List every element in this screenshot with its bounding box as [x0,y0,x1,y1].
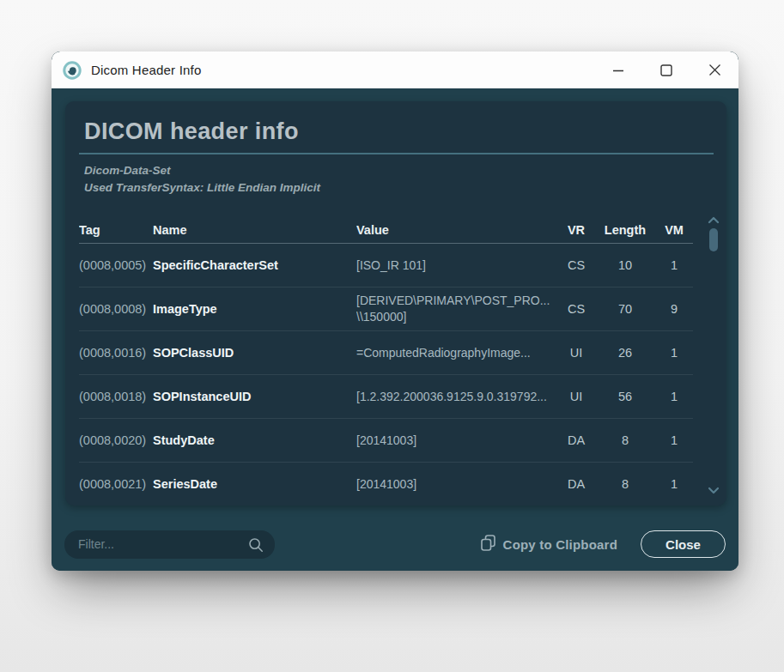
scroll-down-button[interactable] [708,485,720,495]
scrollbar-thumb[interactable] [709,228,718,251]
cell-vr: DA [557,477,595,491]
cell-tag: (0008,0008) [79,302,153,316]
transfer-syntax: Used TransferSyntax: Little Endian Impli… [84,179,714,197]
cell-name: ImageType [153,302,356,316]
cell-vm: 1 [655,477,693,491]
minimize-button[interactable] [594,51,642,88]
column-header-vr: VR [557,223,595,237]
heading-wrap: DICOM header info [79,118,714,154]
window-title: Dicom Header Info [91,63,201,77]
cell-vm: 1 [655,258,693,272]
table-row[interactable]: (0008,0021) SeriesDate [20141003] DA 8 1 [79,463,693,506]
table-scrollbar[interactable] [707,214,720,495]
cell-name: StudyDate [153,433,356,447]
cell-vr: CS [557,258,595,272]
content-panel: DICOM header info Dicom-Data-Set Used Tr… [65,101,726,506]
cell-length: 8 [595,477,655,491]
chevron-up-icon [708,214,720,227]
cell-vm: 1 [655,433,693,447]
column-header-name: Name [153,223,356,237]
scroll-up-button[interactable] [708,214,720,224]
table-row[interactable]: (0008,0016) SOPClassUID =ComputedRadiogr… [79,331,693,375]
cell-tag: (0008,0021) [79,477,153,491]
column-header-value: Value [356,223,557,237]
table-header-row: Tag Name Value VR Length VM [79,217,693,244]
dicom-tag-table: Tag Name Value VR Length VM (0008,0005) … [79,217,693,506]
cell-vm: 9 [655,302,693,316]
cell-value: [DERIVED\PRIMARY\POST_PRO...\\150000] [356,293,557,325]
cell-vm: 1 [655,346,693,360]
column-header-tag: Tag [79,223,153,237]
chevron-down-icon [708,485,720,498]
close-button-label: Close [665,537,701,552]
table-row[interactable]: (0008,0018) SOPInstanceUID [1.2.392.2000… [79,375,693,419]
cell-name: SOPInstanceUID [153,390,356,403]
cell-name: SpecificCharacterSet [153,258,356,272]
dataset-info: Dicom-Data-Set Used TransferSyntax: Litt… [84,162,714,197]
dialog-footer: Copy to Clipboard Close [64,530,726,559]
table-row[interactable]: (0008,0020) StudyDate [20141003] DA 8 1 [79,419,693,463]
dicom-header-info-window: Dicom Header Info DICOM header info Dico… [52,51,738,571]
copy-to-clipboard-button[interactable]: Copy to Clipboard [481,535,617,554]
dataset-name: Dicom-Data-Set [84,162,714,179]
cell-value: [ISO_IR 101] [356,257,557,274]
cell-tag: (0008,0016) [79,346,153,360]
cell-value: [1.2.392.200036.9125.9.0.319792... [356,389,557,405]
cell-vr: CS [557,302,595,316]
cell-length: 8 [595,433,655,447]
app-logo-icon [63,61,82,80]
copy-to-clipboard-label: Copy to Clipboard [503,537,617,552]
cell-vr: UI [557,390,595,403]
cell-tag: (0008,0020) [79,433,153,447]
cell-value: =ComputedRadiographyImage... [356,345,557,361]
cell-length: 70 [595,302,655,316]
page-title: DICOM header info [84,118,714,145]
table-row[interactable]: (0008,0005) SpecificCharacterSet [ISO_IR… [79,244,693,288]
cell-vm: 1 [655,390,693,403]
cell-vr: DA [557,433,595,447]
column-header-vm: VM [655,223,693,237]
cell-length: 26 [595,346,655,360]
cell-name: SOPClassUID [153,346,356,360]
cell-value: [20141003] [356,476,557,493]
filter-input[interactable] [64,530,275,559]
close-icon [708,64,721,76]
cell-vr: UI [557,346,595,360]
cell-length: 10 [595,258,655,272]
cell-tag: (0008,0018) [79,390,153,403]
titlebar[interactable]: Dicom Header Info [52,51,738,88]
close-button[interactable]: Close [641,530,726,558]
cell-tag: (0008,0005) [79,258,153,272]
dialog-body: DICOM header info Dicom-Data-Set Used Tr… [52,88,738,571]
cell-value: [20141003] [356,433,557,449]
cell-name: SeriesDate [153,477,356,491]
maximize-icon [660,64,672,76]
close-window-button[interactable] [690,51,738,88]
search-icon [248,537,264,556]
minimize-icon [612,64,624,76]
cell-length: 56 [595,390,655,403]
table-row[interactable]: (0008,0008) ImageType [DERIVED\PRIMARY\P… [79,288,693,331]
filter-field-wrap [64,530,275,559]
copy-icon [481,535,495,554]
column-header-length: Length [595,223,655,237]
maximize-button[interactable] [642,51,690,88]
